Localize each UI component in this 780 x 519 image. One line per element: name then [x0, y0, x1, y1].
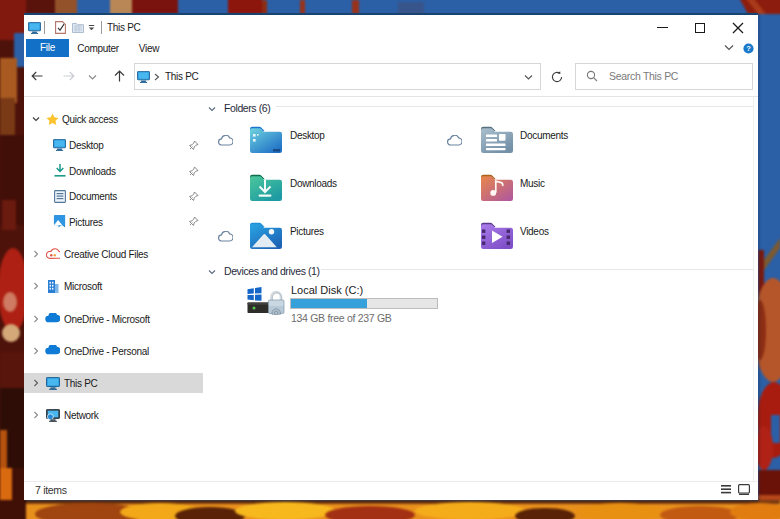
svg-text:?: ?: [746, 44, 751, 53]
